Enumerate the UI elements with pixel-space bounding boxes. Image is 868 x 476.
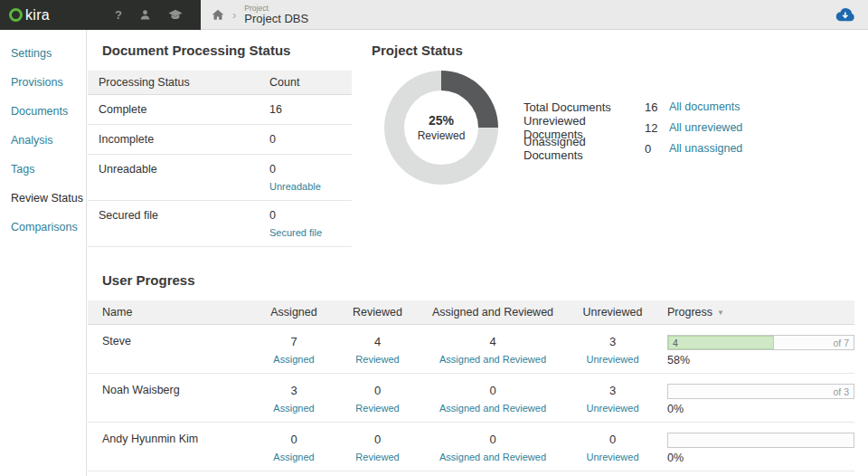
all-documents-link[interactable]: All documents	[669, 100, 741, 113]
donut-percent: 25%	[429, 113, 454, 128]
kira-logo-icon	[9, 8, 23, 22]
table-row: Andy Hyunmin Kim 0Assigned 0Reviewed 0As…	[88, 423, 854, 471]
sidebar-item-comparisons[interactable]: Comparisons	[0, 213, 86, 242]
unreviewed-count: 3	[565, 335, 660, 348]
processing-count-link[interactable]: Secured file	[269, 227, 352, 238]
assigned-link[interactable]: Assigned	[253, 354, 335, 365]
training-icon[interactable]	[168, 9, 183, 21]
main-content: Document Processing Status Processing St…	[87, 30, 868, 476]
unreviewed-link[interactable]: Unreviewed	[565, 403, 660, 414]
sidebar-item-provisions[interactable]: Provisions	[0, 68, 86, 97]
header-progress-sort[interactable]: Progress▼	[660, 306, 854, 319]
topbar-icons: ?	[115, 9, 201, 21]
progress-percent: 58%	[667, 354, 854, 367]
processing-status-label: Complete	[88, 103, 267, 116]
breadcrumb[interactable]: Project Project DBS	[244, 5, 308, 25]
processing-status-label: Secured file	[88, 209, 267, 238]
assigned-link[interactable]: Assigned	[253, 452, 335, 462]
stat-value: 0	[645, 142, 669, 156]
table-row: Unreadable 0 Unreadable	[88, 155, 352, 201]
breadcrumb-separator-icon: ›	[232, 8, 236, 22]
unreviewed-link[interactable]: Unreviewed	[565, 354, 660, 365]
breadcrumb-bar: › Project Project DBS	[201, 0, 868, 30]
processing-header-status: Processing Status	[88, 76, 267, 89]
kira-logo-text: kira	[25, 7, 50, 24]
project-status-title: Project Status	[372, 43, 855, 58]
unreviewed-link[interactable]: Unreviewed	[565, 452, 660, 462]
processing-count-value: 0	[269, 163, 352, 176]
user-icon[interactable]	[139, 9, 151, 21]
processing-status-label: Unreadable	[88, 163, 267, 192]
sidebar-item-documents[interactable]: Documents	[0, 97, 86, 126]
assigned-reviewed-link[interactable]: Assigned and Reviewed	[420, 354, 565, 365]
processing-count-value: 0	[269, 209, 352, 222]
user-progress-section: User Progress Name Assigned Reviewed Ass…	[88, 272, 855, 476]
help-icon[interactable]: ?	[115, 9, 122, 21]
processing-status-section: Document Processing Status Processing St…	[88, 43, 352, 247]
home-icon[interactable]	[212, 9, 224, 21]
sidebar-item-review-status[interactable]: Review Status	[0, 184, 86, 213]
progress-bar: 4 of 7	[667, 335, 854, 350]
progress-bar-total: of 7	[833, 338, 849, 348]
reviewed-link[interactable]: Reviewed	[335, 403, 420, 414]
processing-count-value: 16	[269, 103, 352, 116]
donut-label: Reviewed	[418, 129, 466, 142]
header-name: Name	[88, 306, 253, 319]
table-row: Incomplete 0	[88, 125, 352, 155]
user-progress-header: Name Assigned Reviewed Assigned and Revi…	[88, 300, 854, 325]
donut-center: 25% Reviewed	[404, 90, 478, 165]
assigned-count: 0	[253, 433, 335, 446]
assigned-reviewed-link[interactable]: Assigned and Reviewed	[420, 403, 565, 414]
sidebar-item-tags[interactable]: Tags	[0, 155, 86, 184]
header-reviewed: Reviewed	[335, 306, 420, 319]
assigned-reviewed-link[interactable]: Assigned and Reviewed	[420, 452, 565, 462]
stat-row: Unassigned Documents 0 All unassigned	[524, 138, 742, 159]
sidebar-item-analysis[interactable]: Analysis	[0, 126, 86, 155]
reviewed-link[interactable]: Reviewed	[335, 452, 420, 462]
topbar-left: kira ?	[0, 0, 201, 30]
unreviewed-count: 0	[565, 433, 660, 446]
reviewed-link[interactable]: Reviewed	[335, 354, 420, 365]
processing-header-count: Count	[267, 76, 352, 89]
user-name: Andy Hyunmin Kim	[88, 433, 253, 464]
reviewed-count: 0	[335, 384, 420, 397]
table-row: Noah Waisberg 3Assigned 0Reviewed 0Assig…	[88, 374, 854, 423]
stat-value: 12	[645, 121, 669, 135]
progress-bar	[667, 433, 854, 448]
user-name: Steve	[88, 335, 253, 367]
reviewed-count: 0	[335, 433, 420, 446]
sort-caret-icon: ▼	[717, 309, 724, 317]
assigned-reviewed-count: 0	[420, 433, 565, 446]
table-row: Jennifer Tsai 6Assigned 0Reviewed 0Assig…	[88, 471, 854, 476]
assigned-link[interactable]: Assigned	[253, 403, 335, 414]
project-status-stats: Total Documents 16 All documents Unrevie…	[524, 97, 742, 159]
stat-label: Unassigned Documents	[524, 135, 645, 162]
reviewed-count: 4	[335, 335, 420, 348]
processing-count-link[interactable]: Unreadable	[269, 181, 352, 192]
assigned-count: 7	[253, 335, 335, 348]
kira-logo[interactable]: kira	[9, 7, 50, 24]
header-assigned-reviewed: Assigned and Reviewed	[420, 306, 565, 319]
stat-value: 16	[645, 100, 669, 114]
table-row: Secured file 0 Secured file	[88, 201, 352, 247]
user-progress-table: Name Assigned Reviewed Assigned and Revi…	[88, 300, 854, 476]
progress-percent: 0%	[667, 403, 854, 415]
unreviewed-count: 3	[565, 384, 660, 397]
processing-count-value: 0	[269, 133, 352, 146]
project-status-section: Project Status 25% Reviewed Total Docume…	[372, 43, 855, 247]
progress-percent: 0%	[667, 452, 854, 464]
all-unreviewed-link[interactable]: All unreviewed	[669, 121, 742, 134]
all-unassigned-link[interactable]: All unassigned	[669, 142, 742, 155]
header-assigned: Assigned	[253, 306, 335, 319]
progress-bar: of 3	[667, 384, 854, 399]
sidebar: Settings Provisions Documents Analysis T…	[0, 30, 87, 476]
user-name: Noah Waisberg	[88, 384, 253, 415]
download-button[interactable]	[833, 5, 856, 24]
table-row: Steve 7Assigned 4Reviewed 4Assigned and …	[88, 325, 854, 374]
user-progress-title: User Progress	[102, 272, 855, 288]
progress-bar-fill	[668, 336, 774, 349]
sidebar-item-settings[interactable]: Settings	[0, 39, 86, 68]
breadcrumb-title: Project DBS	[244, 13, 308, 25]
processing-status-label: Incomplete	[88, 133, 267, 146]
page: kira ? › Project Project DBS	[0, 0, 868, 476]
